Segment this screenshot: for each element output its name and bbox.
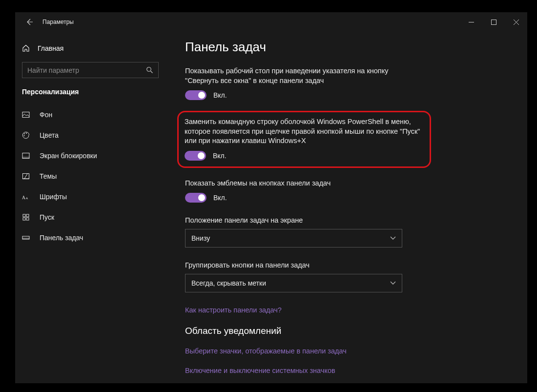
minimize-button[interactable] bbox=[460, 12, 482, 32]
svg-text:A: A bbox=[22, 195, 25, 200]
home-icon bbox=[22, 44, 30, 52]
sidebar-item-label: Шрифты bbox=[40, 193, 67, 201]
window-controls bbox=[460, 12, 527, 32]
setting-label: Заменить командную строку оболочкой Wind… bbox=[185, 117, 421, 146]
select-value: Всегда, скрывать метки bbox=[191, 279, 266, 287]
position-select[interactable]: Внизу bbox=[185, 229, 402, 248]
taskbar-icon bbox=[22, 234, 30, 242]
sidebar-item-themes[interactable]: Темы bbox=[15, 166, 165, 186]
window-title: Параметры bbox=[42, 19, 74, 25]
content-area: Панель задач Показывать рабочий стол при… bbox=[165, 32, 527, 383]
chevron-down-icon bbox=[390, 236, 396, 240]
setting-label: Показать эмблемы на кнопках панели задач bbox=[185, 179, 419, 188]
settings-window: Параметры Главная bbox=[15, 12, 527, 383]
setting-badges: Показать эмблемы на кнопках панели задач… bbox=[185, 179, 419, 203]
sidebar-item-background[interactable]: Фон bbox=[15, 104, 165, 125]
close-button[interactable] bbox=[505, 12, 527, 32]
position-label: Положение панели задач на экране bbox=[185, 216, 508, 224]
grouping-select[interactable]: Всегда, скрывать метки bbox=[185, 274, 402, 292]
svg-rect-7 bbox=[22, 157, 29, 159]
home-label: Главная bbox=[38, 44, 63, 52]
svg-rect-11 bbox=[23, 214, 25, 217]
svg-rect-14 bbox=[26, 218, 29, 220]
search-box[interactable] bbox=[22, 62, 159, 78]
sidebar-item-start[interactable]: Пуск bbox=[15, 207, 165, 227]
palette-icon bbox=[22, 131, 30, 139]
search-icon bbox=[146, 66, 153, 74]
lockscreen-icon bbox=[22, 152, 30, 160]
chevron-down-icon bbox=[390, 281, 396, 285]
svg-rect-0 bbox=[491, 20, 496, 24]
svg-point-1 bbox=[147, 67, 151, 72]
page-title: Панель задач bbox=[185, 40, 508, 55]
setting-label: Показывать рабочий стол при наведении ук… bbox=[185, 66, 419, 85]
sidebar-item-label: Панель задач bbox=[40, 234, 83, 242]
highlight-box: Заменить командную строку оболочкой Wind… bbox=[177, 111, 431, 168]
image-icon bbox=[22, 111, 30, 119]
sidebar-item-lockscreen[interactable]: Экран блокировки bbox=[15, 145, 165, 166]
toggle-state: Вкл. bbox=[213, 91, 227, 99]
maximize-button[interactable] bbox=[482, 12, 505, 32]
sidebar-item-label: Фон bbox=[40, 111, 52, 119]
sidebar-item-label: Пуск bbox=[40, 213, 54, 221]
svg-point-5 bbox=[24, 135, 25, 136]
svg-rect-13 bbox=[23, 218, 25, 220]
link-system-icons[interactable]: Включение и выключение системных значков bbox=[185, 367, 508, 374]
svg-point-3 bbox=[24, 133, 25, 134]
svg-text:A: A bbox=[26, 196, 28, 200]
toggle-powershell[interactable] bbox=[185, 151, 206, 161]
sidebar-item-fonts[interactable]: AA Шрифты bbox=[15, 186, 165, 207]
arrow-left-icon bbox=[25, 18, 33, 26]
help-link-taskbar[interactable]: Как настроить панели задач? bbox=[185, 306, 508, 314]
sidebar-item-label: Темы bbox=[40, 172, 57, 180]
fonts-icon: AA bbox=[22, 193, 30, 201]
sidebar-item-taskbar[interactable]: Панель задач bbox=[15, 227, 165, 248]
setting-show-desktop: Показывать рабочий стол при наведении ук… bbox=[185, 66, 419, 100]
toggle-state: Вкл. bbox=[213, 152, 227, 160]
toggle-show-desktop[interactable] bbox=[185, 90, 207, 100]
back-button[interactable] bbox=[24, 17, 35, 27]
title-bar: Параметры bbox=[15, 12, 527, 32]
svg-rect-16 bbox=[22, 238, 29, 239]
svg-rect-12 bbox=[26, 214, 29, 217]
setting-powershell: Заменить командную строку оболочкой Wind… bbox=[185, 117, 421, 161]
home-link[interactable]: Главная bbox=[15, 40, 165, 57]
sidebar-item-label: Цвета bbox=[40, 131, 59, 139]
link-select-icons[interactable]: Выберите значки, отображаемые в панели з… bbox=[185, 347, 508, 355]
section-header: Персонализация bbox=[15, 85, 165, 104]
sidebar: Главная Персонализация Фон bbox=[15, 32, 165, 383]
start-icon bbox=[22, 213, 30, 221]
svg-point-4 bbox=[26, 133, 27, 134]
sidebar-item-label: Экран блокировки bbox=[40, 152, 97, 160]
themes-icon bbox=[22, 172, 30, 180]
toggle-state: Вкл. bbox=[213, 194, 227, 202]
section-notification-area: Область уведомлений bbox=[185, 326, 508, 336]
grouping-label: Группировать кнопки на панели задач bbox=[185, 261, 508, 269]
toggle-badges[interactable] bbox=[185, 193, 207, 203]
sidebar-item-colors[interactable]: Цвета bbox=[15, 125, 165, 145]
select-value: Внизу bbox=[191, 234, 210, 242]
search-input[interactable] bbox=[27, 66, 142, 74]
nav-list: Фон Цвета Экран блокировки bbox=[15, 104, 165, 248]
